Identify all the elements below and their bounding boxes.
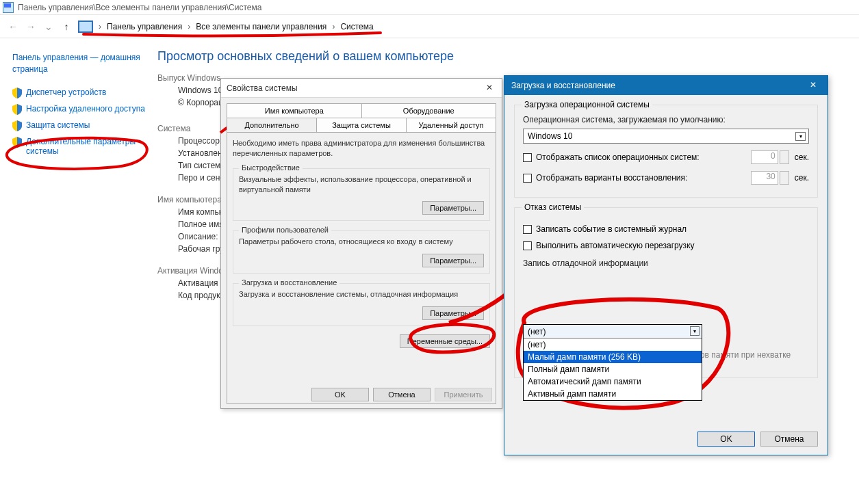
log-event-checkbox[interactable] (523, 225, 532, 234)
sidebar-item-device-manager[interactable]: Диспетчер устройств (12, 86, 149, 100)
label-default-os: Операционная система, загружаемая по умо… (523, 115, 809, 124)
shield-icon (12, 104, 22, 115)
dialog-button-row: OK Отмена (697, 432, 818, 447)
auto-restart-row: Выполнить автоматическую перезагрузку (523, 241, 809, 250)
dump-option-full[interactable]: Полный дамп памяти (524, 363, 702, 375)
nav-up-button[interactable]: ↑ (57, 18, 75, 36)
ok-button[interactable]: OK (311, 388, 369, 401)
auto-restart-label: Выполнить автоматическую перезагрузку (536, 241, 695, 250)
chevron-down-icon: ▾ (795, 132, 806, 141)
log-event-label: Записать событие в системный журнал (536, 224, 687, 234)
tab-advanced[interactable]: Дополнительно (227, 118, 317, 132)
group-startup-label: Загрузка и восстановление (239, 278, 339, 287)
seconds-unit: сек. (795, 173, 809, 183)
sidebar-item-label: Настройка удаленного доступа (26, 104, 145, 114)
apply-button[interactable]: Применить (435, 388, 492, 401)
shield-icon (12, 88, 22, 98)
dialog-title: Свойства системы (227, 83, 298, 93)
sidebar-home-link[interactable]: Панель управления — домашняя страница (12, 52, 149, 75)
default-os-select[interactable]: Windows 10 ▾ (523, 129, 809, 144)
breadcrumb-system[interactable]: Система (337, 21, 376, 33)
monitor-icon (78, 21, 93, 33)
sidebar-item-system-protection[interactable]: Защита системы (12, 119, 149, 133)
seconds-unit: сек. (795, 152, 809, 162)
shield-icon (12, 137, 22, 148)
nav-forward-button: → (22, 18, 40, 36)
startup-params-button[interactable]: Параметры... (422, 306, 484, 320)
startup-recovery-titlebar[interactable]: Загрузка и восстановление ✕ (504, 76, 828, 95)
chevron-down-icon: ▾ (690, 326, 700, 336)
group-performance-desc: Визуальные эффекты, использование процес… (239, 174, 484, 195)
os-list-seconds-input[interactable]: 0 (751, 150, 778, 164)
group-os-boot-label: Загрузка операционной системы (522, 100, 652, 109)
profiles-params-button[interactable]: Параметры... (422, 254, 484, 267)
breadcrumb-control-panel[interactable]: Панель управления (104, 21, 185, 33)
show-recovery-checkbox[interactable] (523, 174, 532, 183)
performance-params-button[interactable]: Параметры... (422, 201, 484, 215)
sidebar-item-label: Дополнительные параметры системы (26, 137, 149, 156)
shield-icon (12, 120, 22, 131)
dump-option-none[interactable]: (нет) (524, 339, 702, 351)
close-button[interactable]: ✕ (481, 81, 498, 94)
default-os-value: Windows 10 (528, 131, 572, 141)
chevron-right-icon[interactable]: › (329, 22, 337, 31)
admin-note: Необходимо иметь права администратора дл… (233, 138, 490, 159)
cancel-button[interactable]: Отмена (760, 432, 818, 447)
ok-button[interactable]: OK (697, 432, 755, 447)
page-title: Просмотр основных сведений о вашем компь… (157, 49, 838, 64)
dump-option-active[interactable]: Активный дамп памяти (524, 388, 702, 400)
group-system-failure-label: Отказ системы (522, 202, 584, 212)
window-titlebar: Панель управления\Все элементы панели уп… (0, 0, 859, 15)
group-startup-recovery: Загрузка и восстановление Загрузка и вос… (233, 283, 490, 326)
tab-computer-name[interactable]: Имя компьютера (227, 103, 362, 118)
sidebar-item-label: Диспетчер устройств (26, 88, 106, 97)
cancel-button[interactable]: Отмена (373, 388, 431, 401)
tab-hardware[interactable]: Оборудование (362, 103, 497, 118)
log-event-row: Записать событие в системный журнал (523, 224, 809, 234)
tabs: Имя компьютера Оборудование Дополнительн… (221, 98, 502, 132)
group-startup-desc: Загрузка и восстановление системы, отлад… (239, 289, 484, 300)
recovery-seconds-input[interactable]: 30 (751, 171, 778, 185)
spinner-icon[interactable] (780, 150, 789, 164)
address-bar: ← → ⌄ ↑ › Панель управления › Все элемен… (0, 15, 859, 38)
nav-recent-button[interactable]: ⌄ (40, 18, 57, 36)
show-os-list-checkbox[interactable] (523, 153, 532, 162)
dump-type-select[interactable]: (нет) ▾ (524, 325, 702, 339)
advanced-tab-page: Необходимо иметь права администратора дл… (227, 132, 496, 404)
show-recovery-row: Отображать варианты восстановления: 30 с… (523, 171, 809, 185)
group-profiles: Профили пользователей Параметры рабочего… (233, 230, 490, 274)
auto-restart-checkbox[interactable] (523, 241, 532, 250)
dump-type-dropdown[interactable]: (нет) ▾ (нет) Малый дамп памяти (256 KB)… (523, 324, 702, 401)
chevron-right-icon[interactable]: › (185, 22, 193, 31)
chevron-right-icon[interactable]: › (96, 22, 104, 31)
dump-type-selected: (нет) (528, 327, 546, 336)
close-button[interactable]: ✕ (802, 77, 825, 92)
dialog-button-row: OK Отмена Применить (311, 388, 492, 401)
dump-info-label: Запись отладочной информации (523, 258, 809, 268)
tab-system-protection[interactable]: Защита системы (317, 118, 407, 132)
show-os-list-label: Отображать список операционных систем: (536, 152, 749, 162)
dialog-title: Загрузка и восстановление (511, 81, 615, 90)
group-os-boot: Загрузка операционной системы Операционн… (514, 105, 818, 198)
dump-option-small[interactable]: Малый дамп памяти (256 KB) (524, 351, 702, 363)
show-os-list-row: Отображать список операционных систем: 0… (523, 150, 809, 164)
show-recovery-label: Отображать варианты восстановления: (536, 173, 749, 183)
nav-back-button[interactable]: ← (4, 18, 22, 36)
group-profiles-label: Профили пользователей (239, 226, 331, 234)
system-properties-dialog: Свойства системы ✕ Имя компьютера Оборуд… (220, 78, 502, 409)
control-panel-icon (3, 2, 14, 13)
sidebar: Панель управления — домашняя страница Ди… (12, 52, 149, 160)
sidebar-item-advanced-settings[interactable]: Дополнительные параметры системы (12, 135, 149, 157)
group-profiles-desc: Параметры рабочего стола, относящиеся ко… (239, 237, 484, 247)
sidebar-item-label: Защита системы (26, 120, 90, 130)
breadcrumb-all-items[interactable]: Все элементы панели управления (193, 21, 329, 33)
system-properties-titlebar[interactable]: Свойства системы ✕ (221, 79, 502, 98)
group-performance-label: Быстродействие (239, 163, 303, 172)
window-title: Панель управления\Все элементы панели уп… (18, 3, 261, 12)
env-vars-button[interactable]: Переменные среды... (400, 334, 490, 348)
sidebar-item-remote-settings[interactable]: Настройка удаленного доступа (12, 103, 149, 116)
dump-option-auto[interactable]: Автоматический дамп памяти (524, 375, 702, 388)
spinner-icon[interactable] (780, 171, 789, 185)
group-performance: Быстродействие Визуальные эффекты, испол… (233, 168, 490, 222)
tab-remote[interactable]: Удаленный доступ (407, 118, 496, 132)
